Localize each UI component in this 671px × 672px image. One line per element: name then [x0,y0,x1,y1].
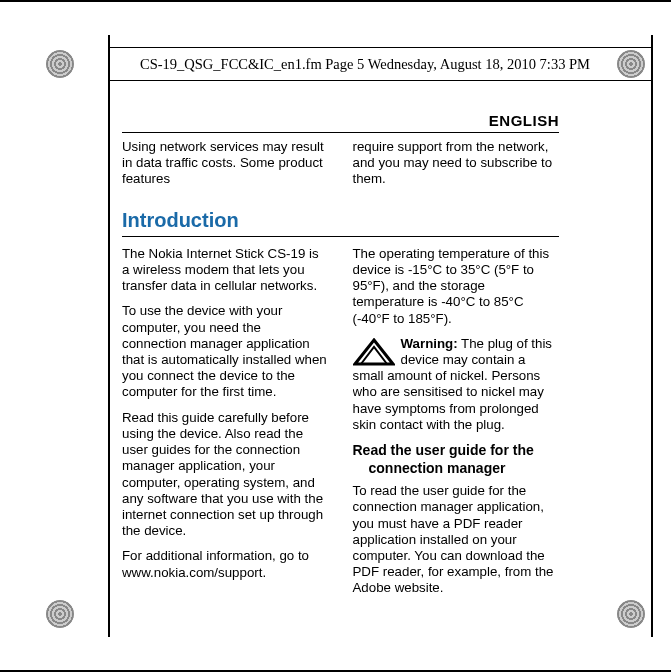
crop-mark-right [651,35,653,637]
registration-mark-icon [46,50,74,78]
section-rule [122,236,559,237]
body-col2: The operating temperature of this device… [353,246,560,606]
crop-mark-top [0,0,671,2]
body-paragraph: To use the device with your computer, yo… [122,303,329,400]
body-paragraph: To read the user guide for the connectio… [353,483,560,597]
body-col1: The Nokia Internet Stick CS-19 is a wire… [122,246,329,606]
crop-mark-left [108,35,110,637]
section-title: Introduction [122,209,559,232]
subheading: Read the user guide for the connection m… [353,442,560,477]
preamble-text-right: require support from the network, and yo… [353,139,560,188]
warning-label: Warning: [401,336,458,351]
body-paragraph: Read this guide carefully before using t… [122,410,329,540]
registration-mark-icon [617,600,645,628]
body-paragraph: The Nokia Internet Stick CS-19 is a wire… [122,246,329,295]
warning-triangle-icon [353,338,395,368]
preamble-col2: require support from the network, and yo… [353,139,560,197]
language-header: ENGLISH [122,112,559,133]
body-columns: The Nokia Internet Stick CS-19 is a wire… [122,246,559,606]
preamble-text-left: Using network services may result in dat… [122,139,329,188]
warning-block: Warning: The plug of this device may con… [353,336,560,433]
preamble-col1: Using network services may result in dat… [122,139,329,197]
page-info-text: CS-19_QSG_FCC&IC_en1.fm Page 5 Wednesday… [140,56,590,73]
document-page: ENGLISH Using network services may resul… [122,112,559,612]
preamble-columns: Using network services may result in dat… [122,139,559,197]
body-paragraph: For additional information, go to www.no… [122,548,329,580]
page-info-bar: CS-19_QSG_FCC&IC_en1.fm Page 5 Wednesday… [108,47,653,81]
registration-mark-icon [46,600,74,628]
body-paragraph: The operating temperature of this device… [353,246,560,327]
svg-marker-0 [355,340,393,364]
